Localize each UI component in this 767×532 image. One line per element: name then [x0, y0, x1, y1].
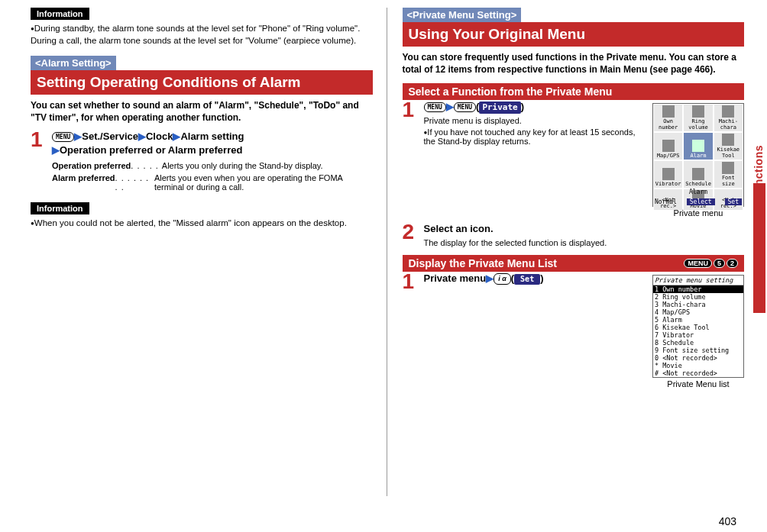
grid-cell-label: Machi-chara — [715, 118, 742, 131]
path-clock: Clock — [146, 131, 173, 142]
section-tag: <Private Menu Setting> — [403, 8, 522, 22]
private-menu-screenshot: Own number Ring volume Machi-chara Map/G… — [652, 103, 744, 207]
step-2: 2 Select an icon. The display for the se… — [403, 222, 745, 247]
info-badge: Information — [31, 8, 89, 20]
step-bullet: If you have not touched any key for at l… — [424, 127, 646, 146]
step-title: MENU▶Set./Service▶Clock▶Alarm setting ▶O… — [52, 130, 373, 157]
def-desc: Alerts you even when you are operating t… — [154, 173, 373, 192]
list-item: 8 Schedule — [653, 339, 743, 347]
def-desc: Alerts you only during the Stand-by disp… — [162, 161, 323, 170]
list-item: 5 Alarm — [653, 316, 743, 324]
step-1: 1 MENU▶MENU(Private) Private menu is dis… — [403, 100, 646, 146]
grid-cell-label: Ring volume — [684, 118, 711, 131]
side-tab-bar — [753, 183, 765, 313]
step-title: Select an icon. — [424, 222, 745, 236]
key-5-icon: 5 — [714, 259, 725, 268]
menu-key-icon: MENU — [424, 102, 446, 112]
path-private-menu: Private menu — [424, 272, 487, 284]
info-text: During standby, the alarm tone sounds at… — [31, 23, 373, 47]
list-item: 4 Map/GPS — [653, 308, 743, 316]
list-item: 0 <Not recorded> — [653, 354, 743, 362]
grid-cell-label: Schedule — [685, 181, 711, 187]
softkey-left: Normal — [655, 198, 677, 205]
path-alarm-setting: Alarm setting — [180, 131, 244, 142]
grid-cell-label: Alarm — [690, 153, 706, 159]
menu-key-icon: MENU — [684, 259, 712, 268]
menu-key-icon: MENU — [454, 102, 476, 112]
grid-cell-label: Font size — [715, 175, 742, 187]
list-item: 7 Vibrator — [653, 331, 743, 339]
list-item: 9 Font size setting — [653, 347, 743, 354]
list-header: Private menu setting — [653, 276, 743, 285]
menu-key-icon: MENU — [52, 132, 74, 142]
list-item: # <Not recorded> — [653, 369, 743, 377]
private-button-icon: Private — [479, 102, 520, 113]
section-title: Using Your Original Menu — [403, 22, 745, 47]
page-number: 403 — [719, 515, 736, 527]
definition-row: Alarm preferred . . . . . . . . Alerts y… — [52, 173, 373, 192]
key-2-icon: 2 — [727, 259, 738, 268]
step-number: 1 — [403, 272, 419, 291]
private-menu-list-screenshot: Private menu setting 1 Own number 2 Ring… — [652, 275, 744, 378]
softkey-right: Set — [725, 198, 742, 205]
shortcut-keys: MENU 5 2 — [684, 259, 738, 268]
step-title: Private menu▶i α(Set) — [424, 272, 646, 285]
step-1: 1 MENU▶Set./Service▶Clock▶Alarm setting … — [31, 130, 373, 191]
list-item: 2 Ring volume — [653, 293, 743, 301]
softkey-center: Select — [687, 198, 715, 205]
grid-cell-label: Own number — [655, 118, 681, 131]
subsection-header: Select a Function from the Private Menu — [403, 83, 745, 100]
step-number: 2 — [403, 222, 419, 241]
def-term: Alarm preferred — [52, 173, 115, 192]
grid-cell-label: Kisekae Tool — [715, 147, 742, 159]
path-set-service: Set./Service — [82, 131, 138, 142]
section-tag: <Alarm Setting> — [31, 56, 116, 70]
subsection-title: Display the Private Menu List — [409, 257, 558, 269]
subsection-title: Select a Function from the Private Menu — [409, 85, 613, 98]
step-number: 1 — [403, 100, 419, 119]
path-pref-options: Operation preferred or Alarm preferred — [60, 144, 242, 156]
definition-row: Operation preferred. . . . . Alerts you … — [52, 161, 373, 170]
info-badge: Information — [31, 202, 89, 214]
subsection-header: Display the Private Menu List MENU 5 2 — [403, 255, 745, 272]
set-button-icon: Set — [514, 274, 540, 285]
screenshot-caption: Private Menu list — [652, 379, 744, 389]
info-text: When you could not be alerted, the "Miss… — [31, 218, 373, 230]
grid-cell-label: Map/GPS — [657, 153, 680, 159]
section-intro: You can set whether to sound an alarm of… — [31, 99, 373, 124]
step-1: 1 Private menu▶i α(Set) — [403, 272, 646, 291]
list-item: 6 Kisekae Tool — [653, 324, 743, 331]
step-desc: Private menu is displayed. — [424, 116, 646, 125]
list-item: 3 Machi-chara — [653, 301, 743, 308]
section-title: Setting Operating Conditions of Alarm — [31, 70, 373, 95]
step-number: 1 — [31, 130, 47, 149]
section-intro: You can store frequently used functions … — [403, 51, 745, 76]
step-desc: The display for the selected function is… — [424, 238, 745, 247]
list-item: 1 Own number — [653, 285, 743, 293]
list-item: * Movie — [653, 362, 743, 369]
def-term: Operation preferred — [52, 161, 131, 170]
i-alpha-key-icon: i α — [494, 273, 511, 285]
grid-cell-label: Vibrator — [655, 181, 681, 187]
step-title: MENU▶MENU(Private) — [424, 100, 646, 114]
